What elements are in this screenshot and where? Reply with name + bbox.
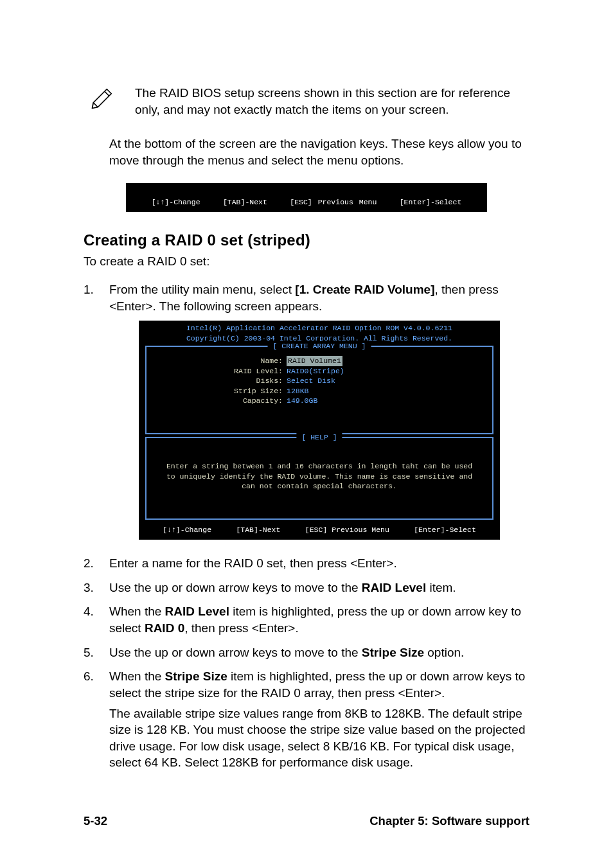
- navkey-next: [TAB]-Next: [223, 197, 267, 208]
- step-paragraph: The available stripe size values range f…: [109, 705, 529, 772]
- note-callout: The RAID BIOS setup screens shown in thi…: [84, 84, 529, 118]
- bios-title-1: Intel(R) Application Accelerator RAID Op…: [139, 323, 500, 333]
- step-text: Use the up or down arrow keys to move to…: [109, 580, 529, 596]
- bios-footer: [↓↑]-Change [TAB]-Next [ESC] Previous Me…: [139, 522, 500, 539]
- step-4: 4. When the RAID Level item is highlight…: [84, 603, 529, 640]
- bios-panel-title: CREATE ARRAY MENU: [273, 342, 366, 350]
- step-number: 6.: [84, 668, 109, 775]
- note-text: The RAID BIOS setup screens shown in thi…: [135, 84, 529, 118]
- step-5: 5. Use the up or down arrow keys to move…: [84, 644, 529, 665]
- page-number: 5-32: [84, 813, 107, 829]
- navkey-select: [Enter]-Select: [400, 197, 462, 208]
- bios-navbar-figure: [↓↑]-Change [TAB]-Next [ESC] Previous Me…: [126, 183, 487, 213]
- bios-field-capacity: 149.0GB: [287, 396, 317, 406]
- navkey-change: [↓↑]-Change: [163, 525, 211, 535]
- navkey-prev: [ESC] Previous Menu: [305, 525, 389, 535]
- bios-help-title: HELP: [301, 433, 337, 441]
- navkey-select: [Enter]-Select: [414, 525, 476, 535]
- bios-panel-create: CREATE ARRAY MENU Name:RAID Volume1 RAID…: [145, 346, 493, 434]
- bios-field-stripsize: 128KB: [287, 386, 309, 396]
- step-6: 6. When the Stripe Size item is highligh…: [84, 668, 529, 775]
- bios-field-name: RAID Volume1: [287, 356, 342, 366]
- step-2: 2. Enter a name for the RAID 0 set, then…: [84, 555, 529, 576]
- bios-field-raidlevel: RAID0(Stripe): [287, 366, 344, 376]
- navkey-next: [TAB]-Next: [236, 525, 280, 535]
- navkey-change: [↓↑]-Change: [152, 197, 200, 208]
- bios-field-disks: Select Disk: [287, 376, 335, 386]
- bios-panel-help: HELP Enter a string between 1 and 16 cha…: [145, 437, 493, 520]
- step-number: 2.: [84, 555, 109, 576]
- paragraph-navkeys: At the bottom of the screen are the navi…: [109, 136, 529, 168]
- section-heading: Creating a RAID 0 set (striped): [84, 230, 529, 251]
- step-text: Use the up or down arrow keys to move to…: [109, 644, 529, 661]
- step-text: Enter a name for the RAID 0 set, then pr…: [109, 555, 529, 572]
- pencil-note-icon: [90, 84, 117, 111]
- step-3: 3. Use the up or down arrow keys to move…: [84, 580, 529, 600]
- step-number: 5.: [84, 644, 109, 665]
- page-footer: 5-32 Chapter 5: Software support: [84, 813, 529, 855]
- bios-screenshot: Intel(R) Application Accelerator RAID Op…: [139, 321, 500, 540]
- step-text: From the utility main menu, select [1. C…: [109, 281, 529, 314]
- step-text: When the RAID Level item is highlighted,…: [109, 603, 529, 636]
- navkey-prev: [ESC] Previous Menu: [290, 197, 377, 208]
- step-number: 4.: [84, 603, 109, 640]
- step-number: 1.: [84, 281, 109, 551]
- step-1: 1. From the utility main menu, select [1…: [84, 281, 529, 551]
- step-text: When the Stripe Size item is highlighted…: [109, 668, 529, 701]
- section-subtext: To create a RAID 0 set:: [84, 253, 529, 270]
- steps-list: 1. From the utility main menu, select [1…: [84, 281, 529, 775]
- chapter-title: Chapter 5: Software support: [369, 813, 529, 829]
- bios-help-text: Enter a string between 1 and 16 characte…: [152, 442, 487, 498]
- step-number: 3.: [84, 580, 109, 600]
